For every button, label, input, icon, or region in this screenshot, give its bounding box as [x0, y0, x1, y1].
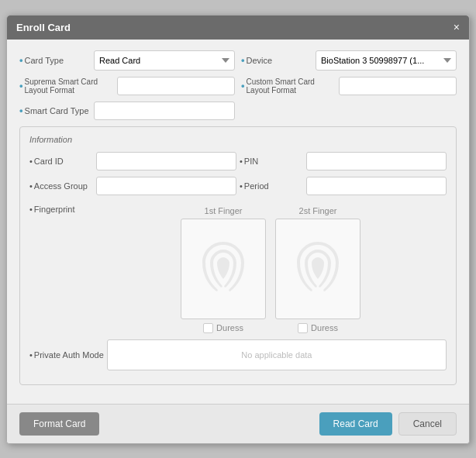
smart-card-type-label: • Smart Card Type	[19, 105, 89, 116]
card-id-input[interactable]	[96, 152, 236, 170]
access-group-input[interactable]	[96, 177, 236, 195]
card-type-col: • Card Type Read Card	[19, 50, 235, 71]
format-card-button[interactable]: Format Card	[19, 412, 99, 436]
second-finger-duress-label: Duress	[311, 323, 338, 332]
pin-input[interactable]	[306, 152, 447, 170]
access-group-label: • Access Group	[29, 181, 91, 191]
smart-card-type-input[interactable]	[94, 102, 235, 120]
suprema-layout-label: • Suprema Smart Card Layout Format	[19, 77, 112, 95]
second-finger-label: 2st Finger	[299, 206, 337, 215]
cancel-button[interactable]: Cancel	[398, 412, 457, 436]
device-col: • Device BioStation 3 50998977 (1...	[241, 50, 457, 71]
custom-layout-label: • Custom Smart Card Layout Format	[241, 77, 334, 95]
first-finger-image[interactable]	[181, 219, 266, 319]
second-finger-duress-checkbox[interactable]	[298, 323, 308, 333]
card-id-pin-row: • Card ID • PIN	[29, 152, 447, 170]
card-id-label: • Card ID	[29, 157, 91, 166]
suprema-layout-col: • Suprema Smart Card Layout Format	[19, 77, 235, 95]
section-title: Information	[29, 135, 447, 144]
fingerprint-container: 1st Finger Duress	[95, 206, 447, 333]
period-col: • Period	[240, 177, 447, 195]
second-finger-box: 2st Finger Duress	[275, 206, 360, 333]
device-select-wrapper: BioStation 3 50998977 (1...	[316, 50, 457, 71]
first-finger-box: 1st Finger Duress	[181, 206, 266, 333]
first-fingerprint-icon	[196, 238, 250, 300]
second-finger-duress-row: Duress	[298, 323, 338, 333]
footer-right-buttons: Read Card Cancel	[319, 412, 457, 436]
card-type-select-wrapper: Read Card	[94, 50, 235, 71]
card-type-label: • Card Type	[19, 54, 89, 66]
custom-layout-col: • Custom Smart Card Layout Format	[241, 77, 457, 95]
dialog-footer: Format Card Read Card Cancel	[7, 404, 469, 443]
fingerprint-row: • Fingerprint 1st Finger	[29, 201, 447, 333]
private-auth-label: • Private Auth Mode	[29, 350, 104, 360]
first-finger-duress-checkbox[interactable]	[203, 323, 213, 333]
pin-label: • PIN	[240, 157, 302, 166]
access-group-col: • Access Group	[29, 177, 236, 195]
second-finger-image[interactable]	[275, 219, 360, 319]
card-type-device-row: • Card Type Read Card • Device BioStatio…	[19, 50, 457, 71]
suprema-layout-input[interactable]	[117, 77, 235, 95]
smart-card-type-col: • Smart Card Type	[19, 102, 235, 120]
second-fingerprint-icon	[291, 238, 345, 300]
first-finger-label: 1st Finger	[205, 206, 243, 215]
dialog-body: • Card Type Read Card • Device BioStatio…	[7, 40, 469, 404]
no-data-label: No applicable data	[241, 350, 312, 360]
period-label: • Period	[240, 181, 302, 191]
pin-col: • PIN	[240, 152, 447, 170]
read-card-button[interactable]: Read Card	[319, 412, 392, 436]
custom-layout-input[interactable]	[339, 77, 457, 95]
card-id-col: • Card ID	[29, 152, 236, 170]
first-finger-duress-row: Duress	[203, 323, 243, 333]
card-type-select[interactable]: Read Card	[94, 50, 235, 71]
close-button[interactable]: ×	[454, 22, 460, 33]
enroll-card-dialog: Enroll Card × • Card Type Read Card •	[6, 15, 470, 444]
dialog-title: Enroll Card	[16, 22, 71, 33]
device-label: • Device	[241, 54, 311, 66]
period-input[interactable]	[306, 177, 447, 195]
first-finger-duress-label: Duress	[216, 323, 243, 332]
information-section: Information • Card ID • PIN	[19, 126, 457, 385]
device-select[interactable]: BioStation 3 50998977 (1...	[316, 50, 457, 71]
access-period-row: • Access Group • Period	[29, 177, 447, 195]
smart-card-type-row: • Smart Card Type	[19, 102, 457, 120]
dialog-header: Enroll Card ×	[7, 15, 469, 40]
private-auth-box: No applicable data	[107, 339, 447, 370]
fingerprint-label: • Fingerprint	[29, 201, 91, 214]
private-auth-row: • Private Auth Mode No applicable data	[29, 339, 447, 370]
layout-row: • Suprema Smart Card Layout Format • Cus…	[19, 77, 457, 95]
